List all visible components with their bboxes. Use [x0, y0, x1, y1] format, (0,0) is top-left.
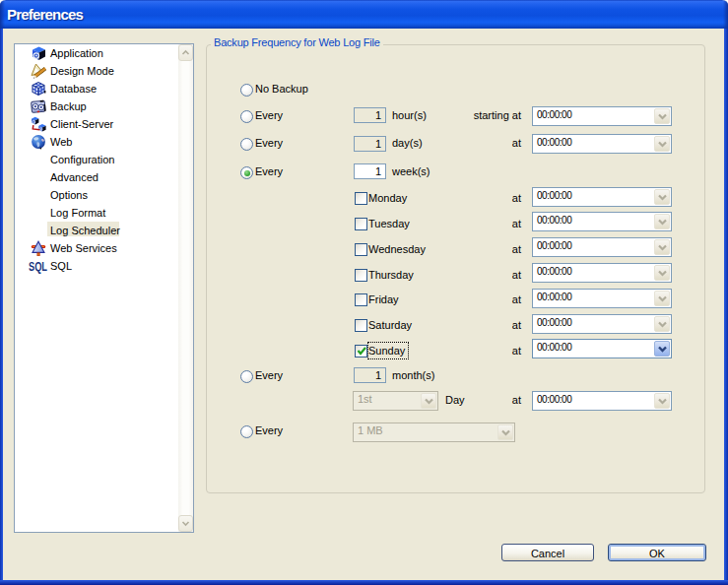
svg-text:SQL: SQL: [29, 259, 47, 274]
